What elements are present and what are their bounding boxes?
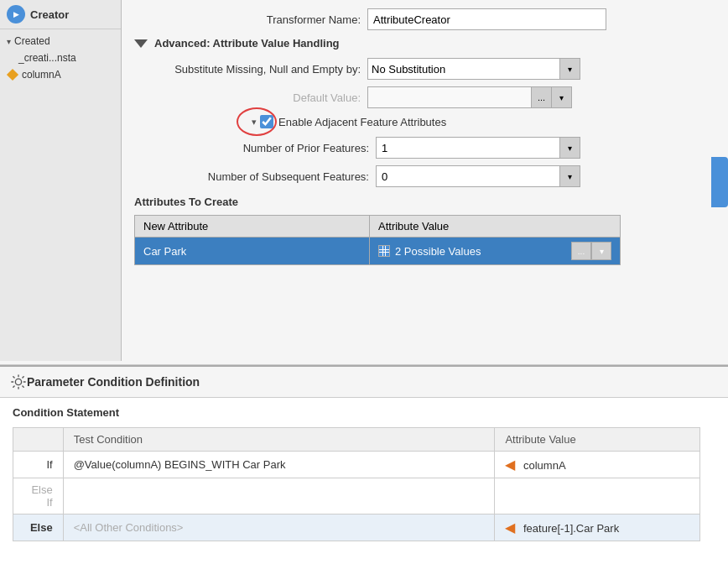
if-row-label: If [13,452,64,478]
columna-label: columnA [22,69,61,81]
adjacent-checkbox-container: ▾ Enable Adjacent Feature Attributes [252,115,446,128]
attributes-section: Attributes To Create New Attribute Attri… [134,196,715,265]
creator-icon [7,5,25,24]
checkbox-arrow-icon: ▾ [252,117,257,128]
if-attr-cell: ◀ columnA [495,452,700,478]
config-panel: Transformer Name: Advanced: Attribute Va… [122,0,728,274]
advanced-header-text: Advanced: Attribute Value Handling [154,37,340,50]
table-row[interactable]: Else If [13,478,700,514]
adjacent-checkbox-row: ▾ Enable Adjacent Feature Attributes [252,115,715,128]
col-attribute-value: Attribute Value [370,216,621,238]
default-value-row: Default Value: ... ▾ [134,86,715,108]
subsequent-features-label: Number of Subsequent Features: [134,170,369,183]
bottom-panel: Parameter Condition Definition Condition… [0,365,728,585]
attributes-title: Attributes To Create [134,196,715,208]
sidebar: Creator ▾ Created _creati...nsta columnA [0,0,122,361]
condition-table: Test Condition Attribute Value If @Value… [13,427,700,541]
substitute-row: Substitute Missing, Null and Empty by: N… [134,58,715,80]
diamond-icon [7,69,18,81]
attr-name-cell: Car Park [135,238,370,265]
default-value-label: Default Value: [134,91,361,104]
attr-value-btns: ... ▾ [571,242,611,260]
transformer-name-input[interactable] [367,8,606,30]
prior-features-arrow[interactable]: ▾ [560,137,580,159]
parameter-icon [10,373,27,390]
else-if-condition-cell [63,478,495,514]
attr-value-cell: 2 Possible Values ... ▾ [370,238,621,265]
orange-arrow-icon: ◀ [505,457,515,472]
created-item[interactable]: ▾ Created [0,33,121,50]
advanced-section-header: Advanced: Attribute Value Handling [134,37,715,50]
else-if-attr-cell [495,478,700,514]
transformer-name-row: Transformer Name: [134,8,715,30]
col-header-empty [13,428,64,452]
subsequent-features-input[interactable] [376,165,560,187]
substitute-select-container: No Substitution Empty String Null Defaul… [367,58,580,80]
table-row[interactable]: Else <All Other Conditions> ◀ feature[-1… [13,514,700,541]
orange-arrow-icon-2: ◀ [505,520,515,535]
created-label: Created [14,35,50,47]
bottom-title-text: Parameter Condition Definition [27,375,200,389]
right-handle[interactable] [711,157,728,207]
default-value-input[interactable] [367,86,532,108]
condition-section: Condition Statement Test Condition Attri… [0,398,728,550]
prior-features-input[interactable] [376,137,560,159]
substitute-dropdown[interactable]: No Substitution Empty String Null Defaul… [367,58,560,80]
creator-label: Creator [30,8,69,21]
substitute-label: Substitute Missing, Null and Empty by: [134,63,361,76]
prior-features-row: Number of Prior Features: ▾ [134,137,715,159]
default-arrow-btn[interactable]: ▾ [552,86,572,108]
columna-item[interactable]: columnA [0,66,121,83]
condition-statement-label: Condition Statement [13,406,715,419]
grid-icon [378,245,390,257]
substitute-dropdown-arrow[interactable]: ▾ [560,58,580,80]
creatinsta-label: _creati...nsta [18,52,76,64]
attributes-table: New Attribute Attribute Value Car Park 2… [134,215,621,265]
else-if-row-label: Else If [13,478,64,514]
else-attr-cell: ◀ feature[-1].Car Park [495,514,700,541]
subsequent-features-arrow[interactable]: ▾ [560,165,580,187]
creator-node[interactable]: Creator [0,0,121,29]
subsequent-features-row: Number of Subsequent Features: ▾ [134,165,715,187]
col-header-attr: Attribute Value [495,428,700,452]
if-condition-cell: @Value(columnA) BEGINS_WITH Car Park [63,452,495,478]
attr-value-text: 2 Possible Values [395,245,481,258]
creatinsta-item[interactable]: _creati...nsta [0,50,121,66]
prior-features-label: Number of Prior Features: [134,142,369,154]
attr-arrow-btn[interactable]: ▾ [591,242,611,260]
svg-point-0 [15,379,21,384]
col-new-attribute: New Attribute [135,216,370,238]
else-row-label: Else [13,514,64,541]
attr-dots-btn[interactable]: ... [571,242,591,260]
collapse-triangle[interactable] [134,39,148,48]
table-row[interactable]: If @Value(columnA) BEGINS_WITH Car Park … [13,452,700,478]
adjacent-checkbox[interactable] [260,115,273,128]
adjacent-checkbox-label: Enable Adjacent Feature Attributes [278,116,446,128]
default-dots-btn[interactable]: ... [532,86,552,108]
bottom-title-bar: Parameter Condition Definition [0,367,728,398]
table-row[interactable]: Car Park 2 Possible Values ... ▾ [135,238,621,265]
col-header-test: Test Condition [63,428,495,452]
created-arrow: ▾ [7,37,11,46]
else-condition-cell: <All Other Conditions> [63,514,495,541]
tree-section: ▾ Created _creati...nsta columnA [0,29,121,86]
transformer-name-label: Transformer Name: [134,13,361,26]
